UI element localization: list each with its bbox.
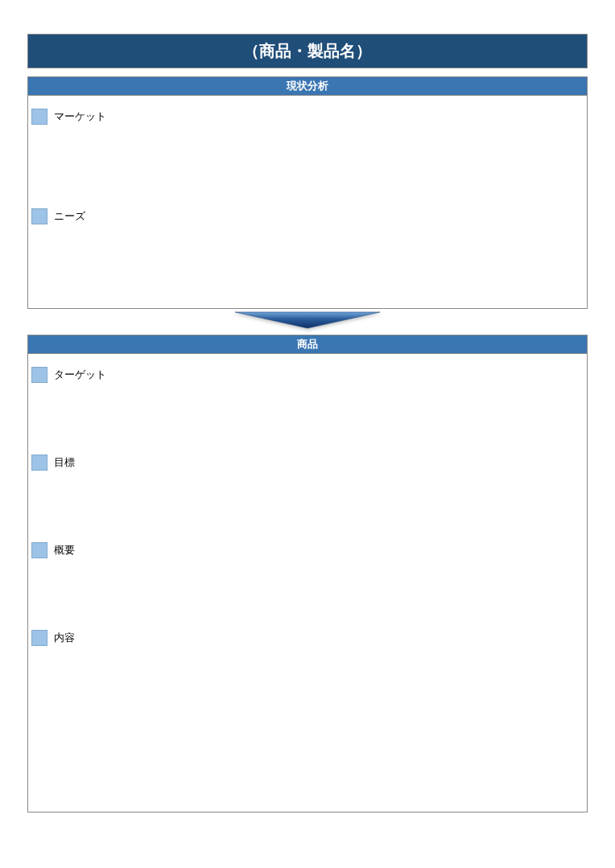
bullet-icon	[31, 455, 47, 471]
analysis-item-needs: ニーズ	[28, 205, 587, 224]
bullet-icon	[31, 367, 47, 383]
bullet-icon	[31, 630, 47, 646]
product-item-overview: 概要	[28, 539, 587, 558]
product-item-label: 目標	[54, 455, 75, 470]
analysis-item-label: ニーズ	[54, 209, 85, 224]
bullet-icon	[31, 208, 47, 224]
product-header: 商品	[27, 335, 588, 353]
down-arrow	[27, 309, 588, 335]
bullet-icon	[31, 109, 47, 125]
product-item-target: ターゲット	[28, 364, 587, 383]
page-title: （商品・製品名）	[27, 34, 588, 68]
chevron-down-icon	[219, 309, 396, 335]
bullet-icon	[31, 542, 47, 558]
product-item-label: 内容	[54, 631, 75, 645]
product-body: ターゲット 目標 概要 内容	[27, 353, 588, 812]
product-section: 商品 ターゲット 目標 概要 内容	[27, 335, 588, 812]
analysis-header: 現状分析	[27, 76, 588, 95]
analysis-item-market: マーケット	[28, 105, 587, 125]
svg-marker-0	[235, 312, 380, 328]
analysis-item-label: マーケット	[54, 109, 106, 124]
product-item-goal: 目標	[28, 451, 587, 471]
product-item-label: 概要	[54, 543, 75, 557]
product-item-label: ターゲット	[54, 368, 106, 382]
analysis-section: 現状分析 マーケット ニーズ	[27, 76, 588, 309]
product-item-content: 内容	[28, 627, 587, 646]
analysis-body: マーケット ニーズ	[27, 95, 588, 309]
